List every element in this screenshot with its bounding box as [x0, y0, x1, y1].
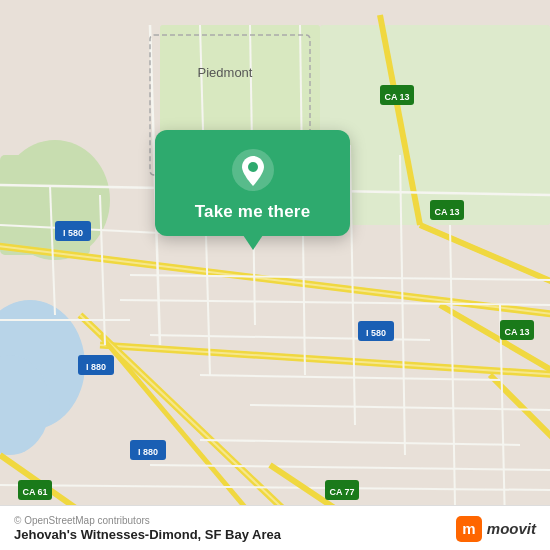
svg-text:I 880: I 880: [86, 362, 106, 372]
svg-text:CA 61: CA 61: [22, 487, 47, 497]
svg-text:CA 13: CA 13: [384, 92, 409, 102]
svg-point-62: [248, 162, 258, 172]
map-container: I 580 I 580 I 880 I 880 CA 13 CA 13 CA 1…: [0, 0, 550, 550]
bottom-info: © OpenStreetMap contributors Jehovah's W…: [14, 515, 281, 542]
popup-card[interactable]: Take me there: [155, 130, 350, 236]
popup-label: Take me there: [195, 202, 311, 222]
svg-text:I 580: I 580: [63, 228, 83, 238]
map-background: I 580 I 580 I 880 I 880 CA 13 CA 13 CA 1…: [0, 0, 550, 550]
svg-text:Piedmont: Piedmont: [198, 65, 253, 80]
svg-text:I 880: I 880: [138, 447, 158, 457]
moovit-wordmark: moovit: [487, 520, 536, 537]
moovit-logo: m moovit: [456, 516, 536, 542]
svg-text:CA 13: CA 13: [434, 207, 459, 217]
svg-text:I 580: I 580: [366, 328, 386, 338]
location-pin-icon: [231, 148, 275, 192]
svg-text:CA 13: CA 13: [504, 327, 529, 337]
bottom-bar: © OpenStreetMap contributors Jehovah's W…: [0, 505, 550, 550]
moovit-m-icon: m: [456, 516, 482, 542]
attribution-text: © OpenStreetMap contributors: [14, 515, 281, 526]
place-name: Jehovah's Witnesses-Dimond, SF Bay Area: [14, 527, 281, 542]
svg-text:CA 77: CA 77: [329, 487, 354, 497]
